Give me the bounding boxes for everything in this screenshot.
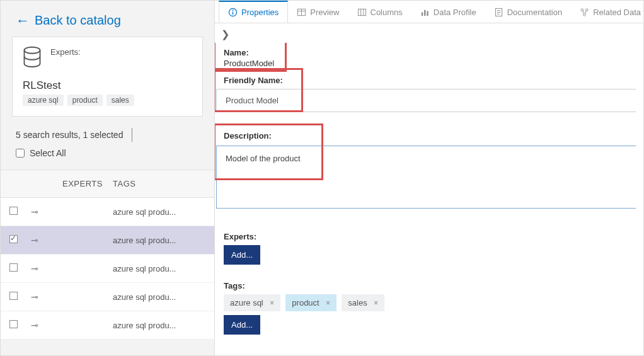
tab-label: Preview (310, 8, 339, 17)
svg-rect-10 (422, 13, 423, 16)
row-tags: azure sql produ... (108, 226, 214, 255)
table-row[interactable]: ⊸azure sql produ... (1, 283, 214, 311)
right-panel: Properties Preview Columns Data Profile … (215, 1, 643, 355)
tag-label: product (292, 298, 319, 307)
card-tags: azure sql product sales (23, 95, 192, 106)
table-row[interactable]: ⊸azure sql produ... (1, 198, 214, 226)
col-tags[interactable]: TAGS (108, 170, 214, 198)
svg-point-19 (584, 13, 586, 16)
pin-icon[interactable]: ⊸ (31, 320, 38, 330)
friendly-name-label: Friendly Name: (224, 76, 636, 85)
name-label: Name: (224, 48, 636, 57)
asset-card: Experts: RLStest azure sql product sales (12, 37, 203, 117)
row-checkbox[interactable] (9, 207, 18, 215)
tag-pill[interactable]: azure sql× (224, 294, 280, 311)
expand-chevron[interactable]: ❯ (215, 23, 643, 43)
graph-icon (580, 8, 589, 17)
remove-tag-icon[interactable]: × (374, 298, 379, 307)
tab-label: Columns (371, 8, 403, 17)
database-icon (23, 46, 42, 71)
experts-section: Experts: Add... (216, 228, 643, 268)
connection-info-label: Connection Info: (224, 355, 636, 355)
pin-icon[interactable]: ⊸ (31, 292, 38, 302)
connection-info-section: Connection Info: (216, 351, 643, 355)
tag-label: azure sql (230, 298, 263, 307)
tab-data-profile[interactable]: Data Profile (411, 1, 485, 23)
info-icon (228, 8, 238, 17)
svg-point-18 (586, 9, 589, 11)
select-all-checkbox[interactable] (16, 149, 25, 158)
card-tag[interactable]: sales (106, 95, 134, 106)
row-checkbox[interactable] (9, 263, 18, 272)
tab-properties[interactable]: Properties (219, 1, 288, 23)
document-icon (494, 8, 503, 17)
select-all-toggle[interactable]: Select All (1, 146, 214, 169)
card-experts-label: Experts: (50, 47, 81, 57)
app-root: ← Back to catalog Experts: RLStest azure… (0, 0, 644, 356)
card-tag[interactable]: azure sql (23, 95, 64, 106)
table-icon (297, 8, 306, 17)
svg-point-17 (581, 9, 584, 11)
add-expert-button[interactable]: Add... (224, 245, 260, 265)
back-link-label: Back to catalog (35, 13, 121, 28)
tag-row: azure sql×product×sales× (224, 294, 636, 311)
table-row[interactable]: ⊸azure sql produ... (1, 311, 214, 340)
tab-label: Related Data (593, 8, 641, 17)
tab-label: Documentation (507, 8, 562, 17)
name-section: Name: ProductModel (216, 44, 643, 72)
tab-preview[interactable]: Preview (288, 1, 348, 23)
results-table: EXPERTS TAGS ⊸azure sql produ...⊸azure s… (1, 169, 214, 340)
description-label: Description: (224, 131, 636, 141)
left-panel: ← Back to catalog Experts: RLStest azure… (1, 1, 215, 355)
pin-icon[interactable]: ⊸ (31, 235, 38, 245)
row-tags: azure sql produ... (108, 198, 214, 226)
columns-icon (357, 8, 367, 17)
chevron-right-icon: ❯ (221, 29, 229, 40)
name-value: ProductModel (224, 59, 636, 68)
table-row[interactable]: ⊸azure sql produ... (1, 226, 214, 255)
divider (132, 128, 132, 142)
row-tags: azure sql produ... (108, 311, 214, 340)
results-text: 5 search results, 1 selected (16, 130, 123, 140)
row-checkbox[interactable] (9, 235, 18, 243)
svg-line-20 (583, 11, 584, 14)
tab-label: Properties (241, 8, 279, 17)
tags-label: Tags: (224, 281, 636, 290)
row-checkbox[interactable] (9, 292, 18, 300)
svg-rect-11 (424, 10, 425, 16)
tag-pill[interactable]: product× (285, 294, 336, 311)
row-tags: azure sql produ... (108, 283, 214, 311)
results-summary: 5 search results, 1 selected (1, 128, 214, 146)
pin-icon[interactable]: ⊸ (31, 263, 38, 273)
svg-line-21 (585, 11, 587, 14)
table-row[interactable]: ⊸azure sql produ... (1, 255, 214, 283)
svg-rect-2 (233, 12, 233, 15)
card-asset-name: RLStest (23, 79, 192, 92)
friendly-name-input[interactable] (216, 89, 636, 112)
remove-tag-icon[interactable]: × (326, 298, 331, 307)
tab-documentation[interactable]: Documentation (485, 1, 571, 23)
description-section: Description: (216, 127, 643, 214)
tab-columns[interactable]: Columns (348, 1, 411, 23)
tab-related-data[interactable]: Related Data (571, 1, 643, 23)
tag-label: sales (348, 298, 367, 307)
svg-rect-7 (358, 9, 365, 15)
select-all-label: Select All (30, 148, 66, 158)
description-textarea[interactable] (216, 146, 636, 209)
experts-label: Experts: (224, 232, 636, 241)
tab-label: Data Profile (434, 8, 476, 17)
arrow-left-icon: ← (16, 14, 30, 28)
back-to-catalog-link[interactable]: ← Back to catalog (1, 1, 214, 37)
card-tag[interactable]: product (67, 95, 103, 106)
svg-point-0 (25, 47, 40, 54)
svg-point-3 (233, 9, 234, 11)
row-tags: azure sql produ... (108, 255, 214, 283)
tags-section: Tags: azure sql×product×sales× Add... (216, 277, 643, 338)
add-tag-button[interactable]: Add... (224, 315, 260, 335)
properties-detail: Name: ProductModel Friendly Name: Descri… (215, 43, 643, 355)
col-experts[interactable]: EXPERTS (57, 170, 108, 198)
row-checkbox[interactable] (9, 320, 18, 328)
tag-pill[interactable]: sales× (342, 294, 384, 311)
remove-tag-icon[interactable]: × (270, 298, 275, 307)
pin-icon[interactable]: ⊸ (31, 207, 38, 217)
